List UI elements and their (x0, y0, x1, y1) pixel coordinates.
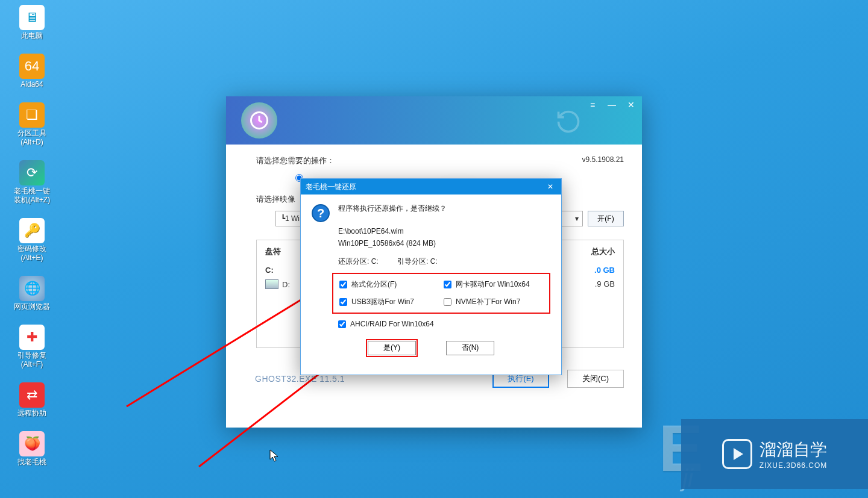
dialog-close-icon[interactable]: ✕ (544, 182, 556, 191)
desktop-icon-part-tool[interactable]: ❏分区工具 (Alt+D) (11, 102, 53, 147)
icon-label: 网页浏览器 (11, 302, 53, 311)
desktop-icon-remote[interactable]: ⇄远程协助 (11, 382, 53, 418)
options-box: 格式化分区(F) 网卡驱动For Win10x64 USB3驱动For Win7… (332, 273, 550, 314)
open-button[interactable]: 开(F) (588, 211, 624, 226)
confirm-dialog: 老毛桃一键还原 ✕ ? 程序将执行还原操作，是否继续？ E:\boot\10PE… (300, 178, 562, 375)
close-icon[interactable]: ✕ (625, 100, 637, 110)
drive-letter: C: (265, 266, 274, 275)
desktop-icon-password[interactable]: 🔑密码修改 (Alt+E) (11, 218, 53, 263)
options-extra: AHCI/RAID For Win10x64 (332, 314, 550, 331)
pc-icon: 🖥 (19, 5, 45, 30)
yes-button[interactable]: 是(Y) (368, 341, 416, 355)
partition-info: 还原分区: C: 引导分区: C: (312, 257, 550, 267)
partition-icon: ❏ (19, 102, 45, 128)
restore-partition: 还原分区: C: (338, 257, 379, 266)
cursor-icon (269, 449, 279, 462)
icon-label: 老毛桃一键 装机(Alt+Z) (11, 187, 53, 205)
drive-letter: D: (282, 280, 290, 289)
brand-url: ZIXUE.3D66.COM (760, 461, 828, 470)
header-restore-icon (555, 108, 582, 135)
image-path: E:\boot\10PE64.wim (338, 226, 550, 237)
peach-icon: 🍑 (19, 431, 45, 456)
question-icon: ? (312, 204, 330, 222)
icon-label: 密码修改 (Alt+E) (11, 244, 53, 263)
dialog-titlebar[interactable]: 老毛桃一键还原 ✕ (301, 179, 561, 195)
desktop-icon-lmt-install[interactable]: ⟳老毛桃一键 装机(Alt+Z) (11, 160, 53, 205)
checkbox-netdrv[interactable]: 网卡驱动For Win10x64 (441, 279, 546, 290)
brand-watermark: 溜溜自学 ZIXUE.3D66.COM (681, 419, 868, 489)
icon-label: 远程协助 (11, 409, 53, 418)
desktop-icon-aida64[interactable]: 64Aida64 (11, 54, 53, 89)
desktop-icon-this-pc[interactable]: 🖥此电脑 (11, 5, 53, 40)
window-titlebar[interactable]: ≡ — ✕ (226, 96, 642, 145)
close-button[interactable]: 关闭(C) (567, 370, 624, 388)
app-logo-icon (241, 102, 277, 139)
icon-label: Aida64 (11, 80, 53, 89)
ghost-version-label: GHOST32.EXE 11.5.1 (244, 374, 345, 384)
desktop-icon-browser[interactable]: 🌐网页浏览器 (11, 276, 53, 311)
desktop-icons-column: 🖥此电脑 64Aida64 ❏分区工具 (Alt+D) ⟳老毛桃一键 装机(Al… (11, 5, 53, 480)
dialog-buttons: 是(Y) 否(N) (312, 331, 550, 366)
checkbox-format[interactable]: 格式化分区(F) (337, 279, 441, 290)
boot-partition: 引导分区: C: (397, 257, 438, 266)
checkbox-nvme[interactable]: NVME补丁For Win7 (441, 296, 546, 308)
menu-icon[interactable]: ≡ (587, 100, 599, 110)
drive-icon (265, 279, 278, 289)
key-icon: 🔑 (19, 218, 45, 243)
icon-label: 此电脑 (11, 31, 53, 40)
dialog-body: ? 程序将执行还原操作，是否继续？ E:\boot\10PE64.wim Win… (301, 195, 561, 375)
globe-icon: 🌐 (19, 276, 45, 301)
remote-icon: ⇄ (19, 382, 45, 408)
brand-name: 溜溜自学 (760, 438, 828, 461)
checkbox-ahci[interactable]: AHCI/RAID For Win10x64 (336, 319, 547, 330)
desktop-icon-bootfix[interactable]: ✚引导修复 (Alt+F) (11, 325, 53, 369)
image-wim: Win10PE_10586x64 (824 MB) (338, 238, 550, 249)
play-icon (722, 439, 752, 469)
minimize-icon[interactable]: — (606, 100, 618, 110)
confirm-message: 程序将执行还原操作，是否继续？ (338, 203, 550, 214)
icon-label: 引导修复 (Alt+F) (11, 351, 53, 369)
operation-label: 请选择您需要的操作： (256, 155, 624, 166)
window-controls: ≡ — ✕ (587, 100, 637, 110)
desktop-icon-find-lmt[interactable]: 🍑找老毛桃 (11, 431, 53, 467)
icon-label: 找老毛桃 (11, 458, 53, 467)
no-button[interactable]: 否(N) (446, 341, 494, 355)
aida64-icon: 64 (19, 54, 45, 79)
version-label: v9.5.1908.21 (582, 155, 624, 164)
checkbox-usb3[interactable]: USB3驱动For Win7 (337, 296, 441, 308)
dialog-title: 老毛桃一键还原 (306, 182, 356, 192)
restore-icon: ⟳ (19, 160, 45, 185)
icon-label: 分区工具 (Alt+D) (11, 129, 53, 147)
firstaid-icon: ✚ (19, 325, 45, 350)
desktop: 🖥此电脑 64Aida64 ❏分区工具 (Alt+D) ⟳老毛桃一键 装机(Al… (0, 0, 868, 498)
